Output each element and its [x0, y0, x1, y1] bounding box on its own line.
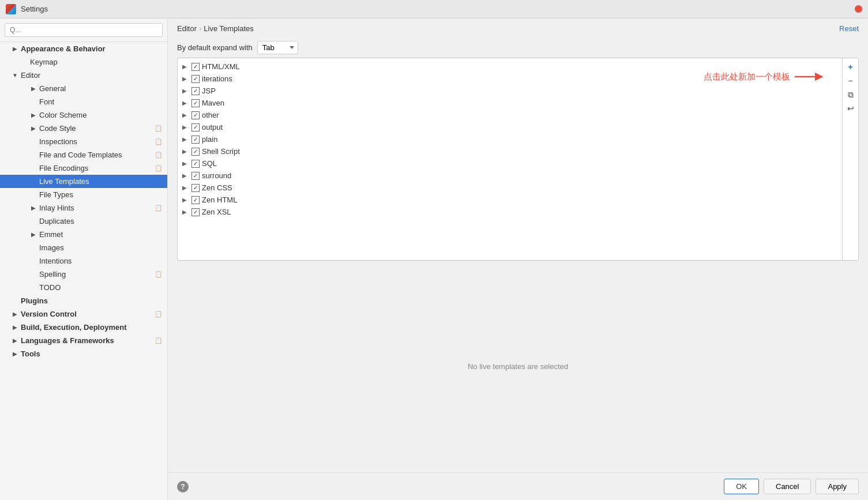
- search-box: [0, 18, 167, 42]
- list-item[interactable]: ▶ ✓ Shell Script: [178, 145, 842, 157]
- template-checkbox[interactable]: ✓: [191, 123, 200, 131]
- template-name: output: [202, 123, 223, 131]
- no-selection-area: No live templates are selected: [168, 265, 868, 473]
- copy-template-button[interactable]: ⧉: [844, 88, 857, 101]
- expand-icon: ▶: [182, 100, 189, 106]
- add-template-button[interactable]: +: [844, 61, 857, 73]
- sidebar-item-label: Live Templates: [39, 177, 163, 186]
- sidebar-item-label: Tools: [21, 349, 163, 358]
- list-item[interactable]: ▶ ✓ other: [178, 109, 842, 121]
- template-checkbox[interactable]: ✓: [191, 87, 200, 95]
- sidebar-item-spelling[interactable]: Spelling 📋: [0, 268, 167, 281]
- sidebar-item-inspections[interactable]: Inspections 📋: [0, 135, 167, 148]
- sidebar-item-label: Build, Execution, Deployment: [21, 323, 163, 332]
- chevron-right-icon: ▶: [30, 205, 37, 212]
- sidebar-item-label: Emmet: [39, 230, 163, 239]
- sidebar-item-intentions[interactable]: Intentions: [0, 254, 167, 268]
- sidebar-item-code-style[interactable]: ▶ Code Style 📋: [0, 122, 167, 135]
- template-checkbox[interactable]: ✓: [191, 63, 200, 71]
- list-item[interactable]: ▶ ✓ HTML/XML: [178, 61, 842, 73]
- list-item[interactable]: ▶ ✓ Zen HTML: [178, 194, 842, 206]
- sidebar-item-font[interactable]: Font: [0, 95, 167, 108]
- template-checkbox[interactable]: ✓: [191, 111, 200, 119]
- copy-icon: 📋: [155, 125, 163, 133]
- sidebar-item-color-scheme[interactable]: ▶ Color Scheme: [0, 108, 167, 122]
- search-input[interactable]: [5, 23, 163, 37]
- chevron-placeholder: [30, 258, 37, 265]
- ok-button[interactable]: OK: [724, 479, 759, 494]
- expand-icon: ▶: [182, 185, 189, 191]
- template-checkbox[interactable]: ✓: [191, 99, 200, 107]
- expand-icon: ▶: [182, 124, 189, 130]
- template-name: other: [202, 111, 219, 119]
- sidebar-item-live-templates[interactable]: Live Templates: [0, 175, 167, 188]
- sidebar-item-file-types[interactable]: File Types: [0, 188, 167, 201]
- list-item[interactable]: ▶ ✓ JSP: [178, 85, 842, 97]
- sidebar-item-label: Font: [39, 97, 163, 106]
- template-checkbox[interactable]: ✓: [191, 75, 200, 83]
- chevron-right-icon: ▶: [30, 125, 37, 132]
- sidebar-item-file-encodings[interactable]: File Encodings 📋: [0, 161, 167, 175]
- sidebar-item-tools[interactable]: ▶ Tools: [0, 347, 167, 360]
- remove-template-button[interactable]: −: [844, 74, 857, 87]
- sidebar-item-languages[interactable]: ▶ Languages & Frameworks 📋: [0, 334, 167, 347]
- breadcrumb-current: Live Templates: [204, 24, 253, 33]
- sidebar-item-emmet[interactable]: ▶ Emmet: [0, 228, 167, 241]
- cancel-button[interactable]: Cancel: [764, 479, 811, 494]
- template-name: Zen HTML: [202, 196, 237, 204]
- chevron-down-icon: ▼: [12, 72, 18, 79]
- sidebar-item-file-code-templates[interactable]: File and Code Templates 📋: [0, 148, 167, 161]
- reset-button[interactable]: Reset: [839, 24, 859, 33]
- template-checkbox[interactable]: ✓: [191, 136, 200, 144]
- list-item[interactable]: ▶ ✓ SQL: [178, 157, 842, 170]
- expand-icon: ▶: [182, 136, 189, 142]
- templates-actions-panel: + − ⧉ ↩: [842, 58, 858, 260]
- revert-template-button[interactable]: ↩: [844, 102, 857, 115]
- expand-icon: ▶: [182, 88, 189, 94]
- sidebar-item-label: TODO: [39, 283, 163, 292]
- sidebar-item-general[interactable]: ▶ General: [0, 82, 167, 95]
- sidebar-item-label: Appearance & Behavior: [21, 44, 163, 53]
- breadcrumb-parent: Editor: [177, 24, 197, 33]
- sidebar-item-duplicates[interactable]: Duplicates: [0, 215, 167, 228]
- list-item[interactable]: ▶ ✓ Zen CSS: [178, 182, 842, 194]
- no-selection-text: No live templates are selected: [468, 362, 568, 371]
- template-checkbox[interactable]: ✓: [191, 184, 200, 192]
- list-item[interactable]: ▶ ✓ iterations: [178, 73, 842, 85]
- sidebar-item-todo[interactable]: TODO: [0, 281, 167, 294]
- sidebar-item-build[interactable]: ▶ Build, Execution, Deployment: [0, 321, 167, 334]
- sidebar-item-appearance[interactable]: ▶ Appearance & Behavior: [0, 42, 167, 55]
- sidebar-item-editor[interactable]: ▼ Editor: [0, 69, 167, 82]
- template-checkbox[interactable]: ✓: [191, 148, 200, 156]
- copy-icon: 📋: [155, 151, 163, 159]
- list-item[interactable]: ▶ ✓ output: [178, 121, 842, 133]
- sidebar-item-label: Languages & Frameworks: [21, 336, 155, 345]
- sidebar-item-inlay-hints[interactable]: ▶ Inlay Hints 📋: [0, 201, 167, 215]
- list-item[interactable]: ▶ ✓ Maven: [178, 97, 842, 109]
- sidebar-item-images[interactable]: Images: [0, 241, 167, 254]
- bottom-left: ?: [177, 481, 719, 493]
- chevron-right-icon: ▶: [12, 351, 18, 358]
- template-checkbox[interactable]: ✓: [191, 208, 200, 216]
- list-item[interactable]: ▶ ✓ surround: [178, 170, 842, 182]
- apply-button[interactable]: Apply: [816, 479, 859, 494]
- template-checkbox[interactable]: ✓: [191, 160, 200, 168]
- chevron-placeholder: [30, 165, 37, 172]
- sidebar-item-keymap[interactable]: Keymap: [0, 55, 167, 69]
- list-item[interactable]: ▶ ✓ plain: [178, 133, 842, 145]
- list-item[interactable]: ▶ ✓ Zen XSL: [178, 206, 842, 218]
- sidebar-item-version-control[interactable]: ▶ Version Control 📋: [0, 307, 167, 321]
- template-checkbox[interactable]: ✓: [191, 196, 200, 204]
- chevron-placeholder: [30, 218, 37, 225]
- chevron-placeholder: [30, 99, 37, 106]
- expand-dropdown[interactable]: Tab Space Enter: [257, 41, 298, 54]
- help-button[interactable]: ?: [177, 481, 189, 493]
- sidebar-item-label: Inlay Hints: [39, 204, 155, 212]
- chevron-right-icon: ▶: [12, 337, 18, 344]
- sidebar-item-plugins[interactable]: Plugins: [0, 294, 167, 307]
- close-button[interactable]: [855, 5, 862, 13]
- template-checkbox[interactable]: ✓: [191, 172, 200, 180]
- sidebar-item-label: Images: [39, 243, 163, 252]
- expand-icon: ▶: [182, 160, 189, 167]
- chevron-placeholder: [21, 59, 28, 66]
